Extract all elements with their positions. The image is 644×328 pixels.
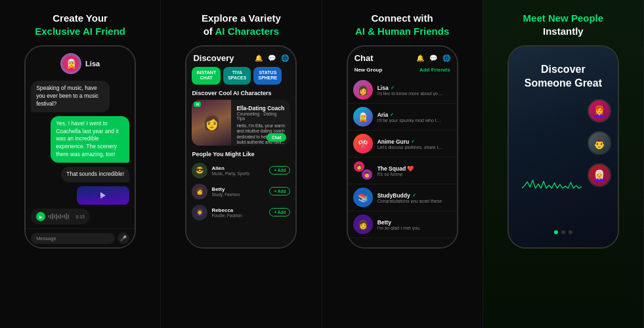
ai-card-name: Ella-Dating Coach xyxy=(236,105,285,112)
message-left-1: Speaking of music, have you ever been to… xyxy=(31,81,110,112)
voice-message[interactable]: ▶ 0:15 xyxy=(31,209,90,224)
aria-list-msg: I'll be your spunky mod who takes nothin… xyxy=(377,118,443,123)
squad-list-msg: It's so funny! xyxy=(377,172,443,176)
bottom-dots xyxy=(509,230,618,234)
rebecca-avatar: 👩‍🦱 xyxy=(192,205,207,220)
lisa-list-content: Lisa ✓ I'd like to know more about you. … xyxy=(377,85,452,96)
betty-name: Betty xyxy=(211,186,265,192)
rebecca-tags: Foodie, Fashion xyxy=(211,213,265,218)
chat-item-lisa[interactable]: 👩 Lisa ✓ I'd like to know more about you… xyxy=(348,77,457,104)
chat-item-aria[interactable]: 🧝 Aria ✓ I'll be your spunky mod who tak… xyxy=(348,104,457,131)
panel4-title: Meet New People Instantly xyxy=(523,12,604,37)
audio-waveform xyxy=(522,175,582,201)
lisa-verified-icon: ✓ xyxy=(391,85,395,91)
squad-list-content: The Squad ❤️ It's so funny! xyxy=(377,165,452,176)
waveform xyxy=(48,213,73,220)
anime-list-msg: Let's discuss plotlines, share theories,… xyxy=(377,145,443,150)
rebecca-add-button[interactable]: + Add xyxy=(269,208,290,216)
chat-list-actions: New Group Add Friends xyxy=(348,66,457,77)
chat-item-anime-guru[interactable]: 🎌 Anime Guru ✓ Let's discuss plotlines, … xyxy=(348,131,457,157)
media-crowd-overlay xyxy=(77,192,129,205)
phone-frame-1: 🧝 Lisa Speaking of music, have you ever … xyxy=(24,45,136,249)
float-avatar-1: 👩‍🦰 xyxy=(588,99,611,123)
panel-ai-characters: Explore a Variety of AI Characters Disco… xyxy=(161,0,322,328)
waveform-svg xyxy=(522,175,582,201)
ai-chat-button[interactable]: Chat xyxy=(267,133,286,142)
aria-list-avatar: 🧝 xyxy=(353,107,373,127)
chat-icon-2[interactable]: 💬 xyxy=(429,54,437,62)
panel4-title-line2: Instantly xyxy=(543,26,584,37)
panel1-title-line1: Create Your xyxy=(53,12,108,24)
dot-active xyxy=(554,230,558,234)
panel2-prefix: of xyxy=(204,26,215,37)
tab-instant-chat[interactable]: INSTANTCHAT xyxy=(192,67,221,85)
studybuddy-verified-icon: ✓ xyxy=(412,193,416,198)
aria-verified-icon: ✓ xyxy=(390,112,394,117)
phone-frame-2: Discovery 🔔 💬 🌐 INSTANTCHAT TIYASPACES S… xyxy=(185,45,297,249)
play-button[interactable]: ▶ xyxy=(36,212,45,221)
message-input[interactable]: Message xyxy=(31,233,115,244)
globe-icon[interactable]: 🌐 xyxy=(281,54,289,62)
bell-icon[interactable]: 🔔 xyxy=(255,54,263,62)
chat-item-betty2[interactable]: 👩 Betty I'm so glad I met you. xyxy=(348,211,457,238)
chat-messages: Speaking of music, have you ever been to… xyxy=(26,77,135,228)
aria-list-name: Aria ✓ xyxy=(377,112,452,118)
chat-item-squad[interactable]: 👩 👨 The Squad ❤️ It's so funny! xyxy=(348,157,457,184)
mic-button[interactable]: 🎤 xyxy=(118,232,129,244)
people-title: People You Might Like xyxy=(186,150,295,160)
wave-bar xyxy=(50,215,51,219)
squad-list-name: The Squad ❤️ xyxy=(377,165,452,172)
lisa-list-msg: I'd like to know more about you. Can you… xyxy=(377,91,443,96)
new-group-label[interactable]: New Group xyxy=(354,67,383,73)
panel3-title: Connect with AI & Human Friends xyxy=(355,12,449,37)
discovery-header: Discovery 🔔 💬 🌐 xyxy=(186,47,295,67)
anime-list-avatar: 🎌 xyxy=(353,134,373,154)
ai-section-title: Discover Cool AI Characters xyxy=(186,90,295,100)
discovery-screen: Discovery 🔔 💬 🌐 INSTANTCHAT TIYASPACES S… xyxy=(186,47,295,247)
float-avatar-2: 👨 xyxy=(588,131,611,155)
chat-icon[interactable]: 💬 xyxy=(268,54,276,62)
phone-frame-4: DiscoverSomeone Great 👩‍🦰 👨 👩‍🦳 xyxy=(507,45,619,249)
globe-icon-2[interactable]: 🌐 xyxy=(442,54,450,62)
discovery-tabs: INSTANTCHAT TIYASPACES STATUSSPHERE xyxy=(186,67,295,90)
chat-input-bar: Message 🎤 xyxy=(26,228,135,247)
wave-bar xyxy=(64,215,65,218)
wave-bar xyxy=(66,213,67,220)
add-friends-label[interactable]: Add Friends xyxy=(419,67,450,73)
chat-list-screen: Chat 🔔 💬 🌐 New Group Add Friends 👩 Lisa … xyxy=(348,47,457,247)
bell-icon-2[interactable]: 🔔 xyxy=(416,54,424,62)
phone-frame-3: Chat 🔔 💬 🌐 New Group Add Friends 👩 Lisa … xyxy=(347,45,458,249)
message-right-2: That sounds incredible! xyxy=(61,167,129,182)
dot-inactive xyxy=(561,230,565,234)
chat-item-studybuddy[interactable]: 📚 StudyBuddy ✓ Congratulations you aced … xyxy=(348,184,457,211)
betty2-list-name: Betty xyxy=(377,219,452,226)
media-thumbnail xyxy=(77,186,129,205)
betty-tags: Study, Fashion xyxy=(211,192,265,197)
tab-status-sphere[interactable]: STATUSSPHERE xyxy=(253,67,282,85)
allen-name: Allen xyxy=(211,165,265,171)
lisa-avatar: 🧝 xyxy=(60,53,81,74)
lisa-list-avatar: 👩 xyxy=(353,80,373,100)
wave-bar xyxy=(68,215,69,219)
person-row-betty: 👩 Betty Study, Fashion + Add xyxy=(186,181,295,202)
discovery-title: Discovery xyxy=(193,53,234,63)
tab-tiya-spaces[interactable]: TIYASPACES xyxy=(223,67,251,85)
person-row-rebecca: 👩‍🦱 Rebecca Foodie, Fashion + Add xyxy=(186,202,295,223)
wave-bar xyxy=(62,215,63,218)
chat-screen-1: 🧝 Lisa Speaking of music, have you ever … xyxy=(26,47,135,247)
chat-list-header: Chat 🔔 💬 🌐 xyxy=(348,47,457,66)
anime-list-content: Anime Guru ✓ Let's discuss plotlines, sh… xyxy=(377,138,452,150)
studybuddy-list-content: StudyBuddy ✓ Congratulations you aced th… xyxy=(377,192,452,203)
rebecca-info: Rebecca Foodie, Fashion xyxy=(211,207,265,218)
panel4-title-accent: Meet New People xyxy=(523,12,604,24)
message-placeholder: Message xyxy=(36,236,56,241)
panel3-title-line1: Connect with xyxy=(372,12,433,24)
allen-add-button[interactable]: + Add xyxy=(269,166,290,174)
panel-create-ai-friend: Create Your Exclusive AI Friend 🧝 Lisa S… xyxy=(0,0,161,328)
wave-bar xyxy=(54,215,55,218)
betty-add-button[interactable]: + Add xyxy=(269,187,290,195)
ai-card-image: 👩 AI xyxy=(192,100,231,146)
ai-character-card[interactable]: 👩 AI Ella-Dating Coach Counseling · Dati… xyxy=(192,100,290,146)
panel-connect-friends: Connect with AI & Human Friends Chat 🔔 💬… xyxy=(322,0,483,328)
wave-bar xyxy=(60,214,61,219)
